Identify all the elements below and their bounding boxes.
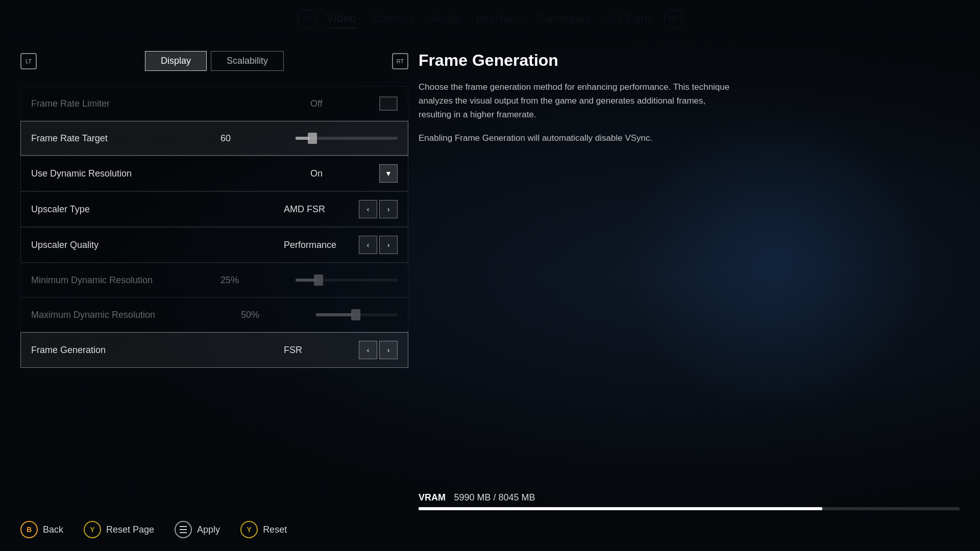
- menu-line-2: [180, 529, 187, 530]
- apply-label: Apply: [197, 524, 220, 535]
- toggle-frame-rate-limiter[interactable]: [379, 96, 398, 111]
- detail-title: Frame Generation: [419, 51, 960, 70]
- arrow-btns-upscaler-quality: ‹ ›: [359, 236, 398, 254]
- detail-extra: Enabling Frame Generation will automatic…: [419, 131, 735, 145]
- vram-row: VRAM 5990 MB / 8045 MB: [419, 492, 960, 503]
- reset-label: Reset: [263, 524, 287, 535]
- y-button-icon-reset: Y: [240, 521, 258, 538]
- arrow-right-frame-generation[interactable]: ›: [379, 341, 398, 359]
- setting-label-upscaler-quality: Upscaler Quality: [31, 240, 284, 251]
- b-button-icon: B: [20, 521, 38, 538]
- reset-page-label: Reset Page: [106, 524, 154, 535]
- vram-value: 5990 MB / 8045 MB: [454, 492, 535, 503]
- right-panel: Frame Generation Choose the frame genera…: [419, 51, 960, 145]
- arrow-btns-frame-generation: ‹ ›: [359, 341, 398, 359]
- setting-value-use-dynamic-resolution: On: [310, 168, 372, 179]
- setting-upscaler-type[interactable]: Upscaler Type AMD FSR ‹ ›: [20, 191, 408, 227]
- setting-label-frame-generation: Frame Generation: [31, 345, 284, 356]
- arrow-left-upscaler-type[interactable]: ‹: [359, 200, 377, 218]
- bottom-action-reset-page[interactable]: Y Reset Page: [84, 521, 154, 538]
- main-container: LB Video Controls Audio Interface Gamepl…: [0, 0, 980, 551]
- setting-frame-rate-target[interactable]: Frame Rate Target 60: [20, 121, 408, 156]
- setting-value-frame-rate-limiter: Off: [310, 98, 372, 109]
- sub-tab-group: Display Scalability: [42, 51, 387, 71]
- setting-label-upscaler-type: Upscaler Type: [31, 204, 284, 215]
- setting-value-max-dynamic-resolution: 50%: [241, 310, 302, 320]
- setting-label-frame-rate-limiter: Frame Rate Limiter: [31, 98, 310, 109]
- sub-tabs: LT Display Scalability RT: [20, 51, 408, 71]
- arrow-right-upscaler-quality[interactable]: ›: [379, 236, 398, 254]
- slider-container-min-dynamic-resolution: 25%: [220, 275, 398, 286]
- left-panel: LT Display Scalability RT Frame Rate Lim…: [20, 51, 408, 368]
- bottom-bar: B Back Y Reset Page Apply Y Reset: [20, 521, 960, 538]
- arrow-right-upscaler-type[interactable]: ›: [379, 200, 398, 218]
- setting-value-frame-generation: FSR: [284, 345, 345, 356]
- arrow-left-upscaler-quality[interactable]: ‹: [359, 236, 377, 254]
- setting-value-upscaler-quality: Performance: [284, 240, 345, 251]
- arrow-left-frame-generation[interactable]: ‹: [359, 341, 377, 359]
- settings-list: Frame Rate Limiter Off Frame Rate Target…: [20, 86, 408, 368]
- setting-value-min-dynamic-resolution: 25%: [220, 275, 282, 286]
- bottom-action-back[interactable]: B Back: [20, 521, 63, 538]
- vram-bar-fill: [419, 507, 822, 510]
- lt-button[interactable]: LT: [20, 53, 37, 69]
- slider-track-frame-rate-target[interactable]: [296, 137, 398, 140]
- setting-frame-generation[interactable]: Frame Generation FSR ‹ ›: [20, 332, 408, 368]
- vram-section: VRAM 5990 MB / 8045 MB: [419, 492, 960, 510]
- y-button-icon-reset-page: Y: [84, 521, 101, 538]
- slider-container-max-dynamic-resolution: 50%: [241, 310, 398, 320]
- setting-label-max-dynamic-resolution: Maximum Dynamic Resolution: [31, 310, 241, 320]
- detail-description: Choose the frame generation method for e…: [419, 80, 735, 122]
- upscaler-quality-control: Performance ‹ ›: [284, 236, 398, 254]
- upscaler-type-control: AMD FSR ‹ ›: [284, 200, 398, 218]
- vram-label: VRAM: [419, 492, 446, 503]
- arrow-btns-upscaler-type: ‹ ›: [359, 200, 398, 218]
- setting-max-dynamic-resolution: Maximum Dynamic Resolution 50%: [20, 297, 408, 332]
- dropdown-btn-use-dynamic-resolution[interactable]: ▼: [379, 164, 398, 183]
- rt-button[interactable]: RT: [392, 53, 408, 69]
- slider-container-frame-rate-target: 60: [220, 133, 398, 144]
- slider-track-min-dynamic-resolution: [296, 279, 398, 282]
- setting-min-dynamic-resolution: Minimum Dynamic Resolution 25%: [20, 263, 408, 297]
- setting-label-min-dynamic-resolution: Minimum Dynamic Resolution: [31, 275, 220, 286]
- menu-line-3: [180, 532, 187, 533]
- setting-frame-rate-limiter[interactable]: Frame Rate Limiter Off: [20, 86, 408, 121]
- setting-upscaler-quality[interactable]: Upscaler Quality Performance ‹ ›: [20, 227, 408, 263]
- setting-use-dynamic-resolution[interactable]: Use Dynamic Resolution On ▼: [20, 156, 408, 191]
- sub-tab-scalability[interactable]: Scalability: [211, 51, 284, 71]
- menu-line-1: [180, 526, 187, 527]
- sub-tab-display[interactable]: Display: [145, 51, 207, 71]
- setting-value-frame-rate-target: 60: [220, 133, 282, 144]
- bottom-action-reset[interactable]: Y Reset: [240, 521, 287, 538]
- vram-bar-container: [419, 507, 960, 510]
- back-label: Back: [43, 524, 63, 535]
- menu-icon-apply: [175, 521, 192, 538]
- bg-figure: [625, 110, 931, 416]
- frame-generation-control: FSR ‹ ›: [284, 341, 398, 359]
- setting-value-upscaler-type: AMD FSR: [284, 204, 345, 215]
- bottom-action-apply[interactable]: Apply: [175, 521, 220, 538]
- setting-label-frame-rate-target: Frame Rate Target: [31, 133, 220, 144]
- slider-track-max-dynamic-resolution: [316, 313, 398, 316]
- setting-label-use-dynamic-resolution: Use Dynamic Resolution: [31, 168, 310, 179]
